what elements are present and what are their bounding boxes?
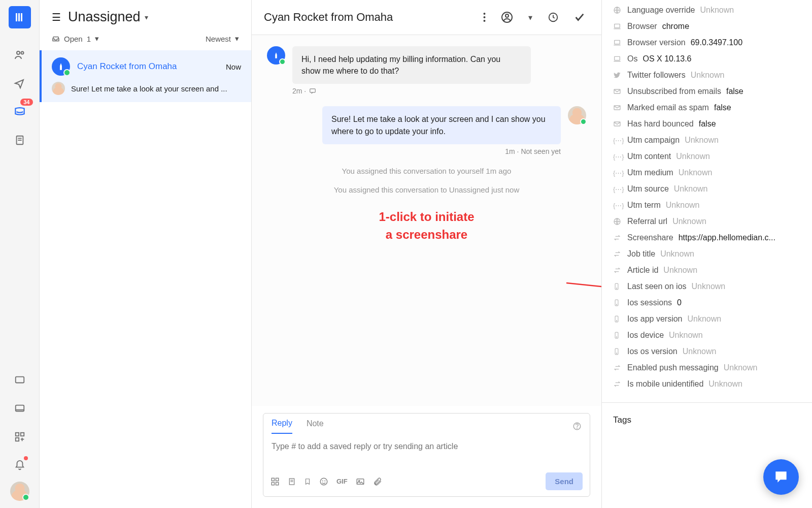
detail-value: false (714, 103, 731, 112)
detail-value: Unknown (669, 331, 703, 340)
snooze-icon[interactable] (544, 10, 563, 25)
detail-row: Browser version69.0.3497.100 (602, 35, 812, 51)
detail-value: 0 (677, 298, 682, 307)
detail-label: Utm source (627, 184, 669, 194)
swap-icon (613, 234, 622, 242)
image-icon[interactable] (356, 477, 365, 486)
nav-people-icon[interactable] (8, 43, 32, 67)
messenger-launcher[interactable] (763, 459, 799, 495)
detail-value: Unknown (692, 282, 726, 291)
nav-apps-icon[interactable] (8, 425, 32, 449)
tags-header: Tags (602, 402, 812, 437)
svg-point-45 (616, 288, 617, 289)
assign-caret-icon[interactable]: ▾ (524, 11, 536, 24)
conversation-name: Cyan Rocket from Omaha (77, 61, 219, 72)
globe-icon (613, 217, 622, 226)
svg-rect-26 (272, 482, 274, 485)
bookmark-icon[interactable] (304, 477, 311, 486)
detail-value: Unknown (700, 6, 734, 15)
detail-row: Marked email as spamfalse (602, 100, 812, 116)
agent-avatar (568, 106, 586, 124)
detail-label: Browser version (627, 38, 686, 47)
globe-icon (613, 6, 622, 14)
detail-value: false (726, 87, 743, 96)
detail-value: Unknown (676, 152, 710, 161)
svg-rect-38 (615, 40, 620, 44)
saved-reply-icon[interactable] (288, 477, 296, 486)
detail-value: 69.0.3497.100 (691, 38, 742, 47)
svg-rect-25 (276, 478, 279, 481)
phone-icon (613, 315, 622, 323)
agent-avatar-small (52, 82, 65, 95)
svg-point-18 (505, 14, 509, 17)
braces-icon: {⋯} (613, 185, 622, 193)
twitter-icon (613, 71, 622, 79)
app-shortcut-icon[interactable] (270, 477, 280, 486)
detail-row: Ios deviceUnknown (602, 327, 812, 343)
more-icon[interactable] (479, 10, 490, 24)
assign-user-icon[interactable] (497, 9, 517, 25)
detail-label: Enabled push messaging (627, 363, 719, 372)
detail-value: Unknown (691, 71, 725, 80)
composer: Reply Note GIF Send (263, 413, 590, 497)
detail-label: Job title (627, 249, 655, 259)
detail-label: Referral url (627, 217, 667, 226)
svg-rect-27 (276, 482, 279, 485)
phone-icon (613, 282, 622, 291)
emoji-icon[interactable] (319, 477, 328, 486)
current-user-avatar[interactable] (10, 482, 29, 501)
detail-value: Unknown (685, 136, 719, 145)
filter-open[interactable]: Open 1 ▾ (52, 34, 99, 43)
send-button[interactable]: Send (546, 472, 583, 490)
detail-row: {⋯}Utm sourceUnknown (602, 181, 812, 197)
detail-label: Ios os version (627, 347, 678, 356)
svg-rect-1 (18, 13, 20, 21)
nav-saved-icon[interactable] (8, 396, 32, 421)
menu-icon[interactable]: ☰ (52, 11, 61, 23)
svg-point-23 (577, 428, 578, 428)
detail-row: Browserchrome (602, 18, 812, 35)
detail-label: Utm medium (627, 168, 673, 177)
braces-icon: {⋯} (613, 136, 622, 144)
svg-point-14 (484, 13, 486, 15)
tab-reply[interactable]: Reply (272, 419, 292, 434)
svg-rect-12 (20, 433, 23, 436)
nav-send-icon[interactable] (8, 71, 32, 96)
inbox-badge: 34 (20, 99, 32, 106)
detail-label: Browser (627, 22, 657, 31)
detail-row: {⋯}Utm mediumUnknown (602, 165, 812, 181)
help-icon[interactable] (572, 422, 582, 431)
detail-label: Utm content (627, 152, 671, 161)
inbox-title: Unassigned (68, 9, 141, 25)
sort-newest[interactable]: Newest ▾ (206, 34, 239, 43)
app-logo[interactable] (9, 6, 31, 28)
detail-label: Has hard bounced (627, 119, 694, 129)
gif-icon[interactable]: GIF (336, 478, 348, 485)
detail-label: Os (627, 54, 637, 64)
laptop-icon (613, 55, 622, 63)
detail-row: Referral urlUnknown (602, 213, 812, 230)
nav-notifications-icon[interactable] (8, 453, 32, 478)
detail-label: Language override (627, 6, 695, 15)
detail-value: Unknown (660, 249, 694, 259)
nav-inbox-icon[interactable]: 34 (8, 100, 32, 124)
detail-label: Twitter followers (627, 71, 686, 80)
braces-icon: {⋯} (613, 201, 622, 209)
detail-row: OsOS X 10.13.6 (602, 51, 812, 67)
detail-value: Unknown (666, 201, 700, 210)
reply-input[interactable] (263, 434, 590, 466)
nav-messages-icon[interactable] (8, 368, 32, 392)
close-conversation-icon[interactable] (570, 10, 589, 25)
attachment-icon[interactable] (373, 477, 382, 486)
nav-articles-icon[interactable] (8, 128, 32, 152)
swap-icon (613, 266, 622, 274)
detail-label: Utm campaign (627, 136, 680, 145)
detail-row: Unsubscribed from emailsfalse (602, 83, 812, 100)
tab-note[interactable]: Note (307, 419, 324, 433)
inbox-title-caret-icon[interactable]: ▾ (145, 13, 148, 21)
detail-row: Last seen on iosUnknown (602, 278, 812, 295)
detail-value: Unknown (708, 379, 742, 389)
detail-row: Job titleUnknown (602, 246, 812, 262)
detail-label: Utm term (627, 201, 661, 210)
conversation-item[interactable]: Cyan Rocket from Omaha Now Sure! Let me … (40, 50, 251, 102)
